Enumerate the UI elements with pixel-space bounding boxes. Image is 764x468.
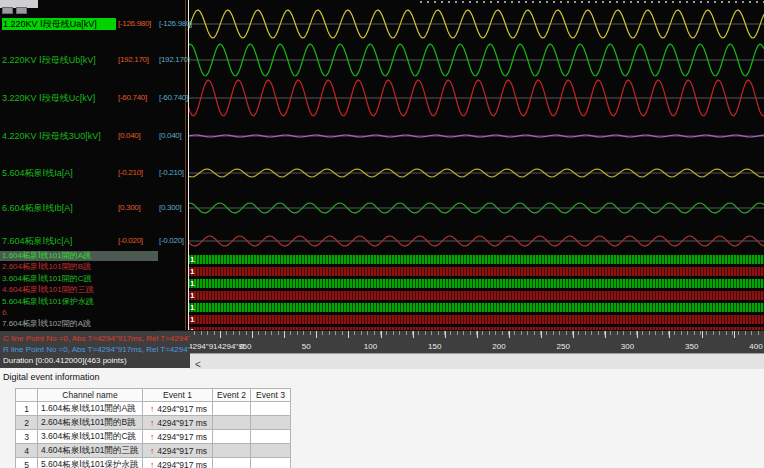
digital-channel-row[interactable]: 6. (2, 308, 188, 318)
row-number-cell: 4 (16, 444, 38, 458)
channel-value-ref: [-126.980] (159, 18, 192, 30)
table-row[interactable]: 44.604柘泉Ⅰ线101開的三跳↑4294"917 ms (16, 444, 291, 458)
channel-name-cell: 5.604柘泉Ⅰ线101保护永跳 (38, 458, 143, 468)
analog-channel-row[interactable]: 3.220KV Ⅰ段母线Uc[kV][-60.740][-60.740] (2, 92, 188, 104)
event1-cell: ↑4294"917 ms (143, 430, 213, 444)
fault-waveform-viewer: 1111111 1.220KV Ⅰ段母线Ua[kV][-126.980][-12… (0, 0, 764, 468)
table-row[interactable]: 22.604柘泉Ⅰ线101開的B跳↑4294"917 ms (16, 416, 291, 430)
axis-tick-label: 150 (428, 342, 441, 351)
toolbar-button-icon[interactable] (2, 7, 13, 14)
row-number-cell: 1 (16, 402, 38, 416)
analog-channel-row[interactable]: 5.604柘泉Ⅰ线Ia[A][-0.210][-0.210] (2, 167, 188, 179)
digital-status-bar: 1 (188, 279, 764, 288)
digital-status-bar: 1 (188, 291, 764, 300)
digital-state-value: 1 (190, 255, 194, 264)
channel-value-instant: [-0.020] (118, 235, 143, 247)
column-header: Event 3 (251, 389, 291, 402)
channel-value-instant: [-60.740] (118, 92, 147, 104)
channel-name-cell: 2.604柘泉Ⅰ线101開的B跳 (38, 416, 143, 430)
event1-time: 4294"917 ms (157, 418, 207, 428)
digital-status-bar: 1 (188, 255, 764, 264)
event1-cell: ↑4294"917 ms (143, 402, 213, 416)
channel-label: 3.220KV Ⅰ段母线Uc[kV] (2, 92, 95, 104)
column-header: Event 2 (213, 389, 251, 402)
axis-tick-label: 100 (364, 342, 377, 351)
row-number-cell: 3 (16, 430, 38, 444)
digital-channel-row[interactable]: 5.604柘泉Ⅰ线101保护永跳 (2, 297, 188, 307)
event3-cell (251, 444, 291, 458)
analog-channel-row[interactable]: 6.604柘泉Ⅰ线Ib[A][0.300][0.300] (2, 202, 188, 214)
digital-state-value: 1 (190, 291, 194, 300)
channel-value-ref: [-60.740] (159, 92, 188, 104)
analog-channel-row[interactable]: 2.220KV Ⅰ段母线Ub[kV][192.170][192.170] (2, 54, 188, 66)
channel-label: 2.220KV Ⅰ段母线Ub[kV] (2, 54, 96, 66)
channel-value-instant: [-0.210] (118, 167, 143, 179)
axis-major-ticks (188, 331, 764, 338)
channel-value-ref: [-0.210] (159, 167, 184, 179)
toolbar-stub[interactable] (0, 0, 38, 8)
digital-status-bar: 1 (188, 267, 764, 276)
digital-state-value: 1 (190, 279, 194, 288)
axis-tick-label: 0 (240, 342, 244, 351)
channel-label: 6.604柘泉Ⅰ线Ib[A] (2, 202, 73, 214)
rising-edge-arrow-icon: ↑ (150, 432, 154, 442)
digital-channel-row[interactable]: 4.604柘泉Ⅰ线101開的三跳 (2, 285, 188, 295)
event1-time: 4294"917 ms (157, 460, 207, 468)
channel-value-ref: [0.300] (159, 202, 181, 214)
time-axis: 4294"914294"950 050100150200250300350400 (157, 330, 764, 354)
event3-cell (251, 458, 291, 468)
event1-cell: ↑4294"917 ms (143, 444, 213, 458)
event1-cell: ↑4294"917 ms (143, 416, 213, 430)
digital-event-section: Digital event information Channel nameEv… (0, 368, 764, 468)
channel-value-instant: [0.040] (118, 130, 140, 142)
duration-info: Duration [0:00.412000](463 points) (3, 355, 190, 366)
event2-cell (213, 430, 251, 444)
table-header-row: Channel nameEvent 1Event 2Event 3 (16, 389, 291, 402)
rising-edge-arrow-icon: ↑ (150, 446, 154, 456)
axis-tick-label: 250 (557, 342, 570, 351)
event2-cell (213, 458, 251, 468)
channel-label: 5.604柘泉Ⅰ线Ia[A] (2, 167, 73, 179)
scroll-left-arrow-icon[interactable]: < (195, 359, 201, 370)
section-title: Digital event information (3, 372, 100, 382)
column-header: Event 1 (143, 389, 213, 402)
cursor-info-overlay: C line Point No =0, Abs T=4294"917ms, Re… (0, 331, 190, 368)
r-line-info: R line Point No =0, Abs T=4294"917ms, Re… (3, 344, 190, 355)
waveform-window: 1111111 1.220KV Ⅰ段母线Ua[kV][-126.980][-12… (0, 0, 764, 368)
event2-cell (213, 444, 251, 458)
event3-cell (251, 402, 291, 416)
row-number-cell: 2 (16, 416, 38, 430)
axis-tick-label: 200 (492, 342, 505, 351)
digital-channel-row[interactable]: 3.604柘泉Ⅰ线101開的C跳 (2, 274, 188, 284)
column-header (16, 389, 38, 402)
waveform-display[interactable]: 1111111 (157, 0, 764, 330)
axis-tick-label: 400 (749, 342, 762, 351)
digital-channel-row[interactable]: 2.604柘泉Ⅰ线101開的B跳 (2, 262, 188, 272)
channel-value-instant: [192.170] (118, 54, 149, 66)
digital-channel-row[interactable]: 7.604柘泉Ⅰ线102開的A跳 (2, 319, 188, 329)
event1-time: 4294"917 ms (157, 404, 207, 414)
column-header: Channel name (38, 389, 143, 402)
channel-value-instant: [-126.980] (118, 18, 151, 30)
digital-state-value: 1 (190, 315, 194, 324)
table-row[interactable]: 11.604柘泉Ⅰ线101開的A跳↑4294"917 ms (16, 402, 291, 416)
event1-cell: ↑4294"917 ms (143, 458, 213, 468)
channel-value-ref: [-0.020] (159, 235, 184, 247)
axis-tick-label: 350 (685, 342, 698, 351)
analog-channel-row[interactable]: 1.220KV Ⅰ段母线Ua[kV][-126.980][-126.980] (2, 18, 188, 30)
toolbar-button-icon[interactable] (16, 7, 27, 14)
table-row[interactable]: 33.604柘泉Ⅰ线101開的C跳↑4294"917 ms (16, 430, 291, 444)
event1-time: 4294"917 ms (157, 432, 207, 442)
table-row[interactable]: 55.604柘泉Ⅰ线101保护永跳↑4294"917 ms (16, 458, 291, 468)
event1-time: 4294"917 ms (157, 446, 207, 456)
digital-status-bar: 1 (188, 315, 764, 324)
channel-name-cell: 4.604柘泉Ⅰ线101開的三跳 (38, 444, 143, 458)
analog-channel-row[interactable]: 7.604柘泉Ⅰ线Ic[A][-0.020][-0.020] (2, 235, 188, 247)
channel-label: 4.220KV Ⅰ段母线3U0[kV] (2, 130, 101, 142)
analog-channel-row[interactable]: 4.220KV Ⅰ段母线3U0[kV][0.040][0.040] (2, 130, 188, 142)
c-line-info: C line Point No =0, Abs T=4294"917ms, Re… (3, 333, 190, 344)
horizontal-scrollbar[interactable]: < (190, 353, 764, 369)
channel-label: 1.220KV Ⅰ段母线Ua[kV] (2, 18, 116, 30)
rising-edge-arrow-icon: ↑ (150, 418, 154, 428)
digital-channel-row[interactable]: 1.604柘泉Ⅰ线101開的A跳 (0, 251, 158, 261)
